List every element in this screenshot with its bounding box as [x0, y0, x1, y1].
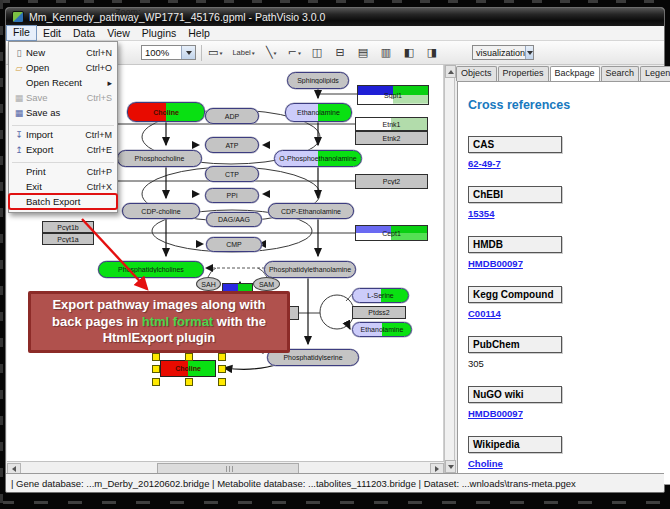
tab-legend[interactable]: Legend	[640, 66, 670, 81]
new-line-button[interactable]: ╲ ▾	[263, 43, 280, 62]
menu-view[interactable]: View	[101, 26, 136, 40]
pathway-node[interactable]: PPi	[205, 188, 259, 203]
pathway-node[interactable]: DAG/AAG	[206, 212, 262, 227]
new-connector-button[interactable]: ⌐ ▾	[286, 43, 303, 62]
file-menu-item-print[interactable]: Print Ctrl+P	[9, 164, 117, 179]
pathway-node[interactable]: CTP	[205, 166, 259, 182]
selection-handle[interactable]	[185, 378, 193, 386]
visualization-combobox[interactable]: visualization	[472, 45, 534, 60]
tab-objects[interactable]: Objects	[456, 66, 497, 81]
xref-link[interactable]: Choline	[468, 458, 503, 469]
pathway-node[interactable]: SAH	[196, 277, 221, 291]
pathway-node[interactable]: CDP-choline	[122, 203, 200, 219]
pathway-node[interactable]: L-Serine	[352, 288, 409, 303]
tab-properties[interactable]: Properties	[498, 66, 549, 81]
pathway-node[interactable]: Sgpl1	[357, 85, 429, 105]
pathway-node[interactable]: Choline	[127, 102, 205, 122]
file-menu-item-batch-export[interactable]: Batch Export	[9, 194, 117, 209]
pathway-node-label: Pcyt1a	[56, 236, 79, 243]
selection-handle[interactable]	[218, 353, 226, 361]
menu-edit[interactable]: Edit	[37, 26, 67, 40]
toolbar-button-icon: ⊟	[335, 47, 344, 58]
file-menu-item[interactable]	[12, 158, 114, 163]
xref-link[interactable]: 15354	[468, 208, 494, 219]
xref-link[interactable]: HMDB00097	[468, 408, 523, 419]
file-menu-item-open-recent[interactable]: Open Recent ▸	[9, 75, 117, 90]
new-datanode-button[interactable]: ▭ ▾	[206, 43, 224, 62]
toolbar-button-icon: ◨	[427, 47, 437, 58]
scroll-down-icon[interactable]	[445, 460, 456, 473]
pathway-node[interactable]: Etnk2	[355, 131, 428, 145]
pathway-node[interactable]: SAM	[253, 277, 280, 291]
file-menu-item-save[interactable]: ▦ Save Ctrl+S	[9, 90, 117, 105]
zoom-combobox[interactable]: 100%	[141, 45, 196, 60]
file-menu-item-icon: ▦	[12, 93, 26, 103]
visualization-dropdown-icon[interactable]	[525, 46, 533, 59]
align-left-button[interactable]: ◧	[401, 43, 418, 62]
align-right-button[interactable]: ◨	[424, 43, 441, 62]
selection-handle[interactable]	[185, 353, 193, 361]
menu-file[interactable]: File	[6, 25, 37, 41]
pathway-node[interactable]: Ethanolamine	[352, 322, 412, 337]
file-menu-item-shortcut: Ctrl+S	[87, 93, 112, 103]
pathway-node[interactable]: Pcyt2	[355, 174, 428, 189]
selection-handle[interactable]	[218, 378, 226, 386]
pathway-node[interactable]: Ptdss2	[352, 306, 406, 319]
pathway-node[interactable]: Sphingolipids	[287, 72, 349, 89]
menu-plugins[interactable]: Plugins	[136, 26, 182, 40]
menu-data[interactable]: Data	[67, 26, 101, 40]
pathway-node[interactable]: Pcyt1b	[42, 221, 94, 233]
xref-link[interactable]: 305	[468, 358, 484, 369]
xref-database-name: HMDB	[468, 236, 562, 253]
pathway-node[interactable]: Pcyt1a	[42, 233, 94, 245]
menu-help[interactable]: Help	[182, 26, 216, 40]
pathway-node[interactable]: ADP	[205, 108, 259, 124]
file-menu-item-save-as[interactable]: ▦ Save as	[9, 105, 117, 120]
align-center-y-button[interactable]: ⊟	[332, 43, 349, 62]
pathway-node[interactable]: Phosphocholine	[117, 150, 202, 167]
canvas-horizontal-scrollbar[interactable]	[7, 461, 444, 473]
selection-handle[interactable]	[152, 378, 160, 386]
file-menu-item-open[interactable]: ▱ Open Ctrl+O	[9, 60, 117, 75]
pathway-node-label: Sphingolipids	[296, 77, 340, 84]
new-label-button[interactable]: Label ▾	[230, 43, 256, 62]
canvas-vertical-scrollbar[interactable]	[444, 65, 455, 473]
pathway-node[interactable]: CMP	[206, 237, 262, 252]
pathway-node-label: Choline	[152, 109, 180, 116]
scroll-up-icon[interactable]	[445, 65, 456, 78]
tab-backpage[interactable]: Backpage	[550, 66, 600, 81]
window-title: Mm_Kennedy_pathway_WP1771_45176.gpml - P…	[29, 11, 325, 23]
pathway-node-label: CTP	[224, 171, 240, 178]
file-menu-item-export[interactable]: ↥ Export Ctrl+E	[9, 142, 117, 157]
pathway-node-label: L-Serine	[366, 292, 394, 299]
pathway-node-label: Cept1	[381, 230, 402, 237]
tab-search[interactable]: Search	[601, 66, 640, 81]
xref-section: Kegg Compound C00114	[468, 286, 670, 321]
pathway-node[interactable]: Cept1	[355, 225, 428, 241]
xref-link[interactable]: HMDB00097	[468, 258, 523, 269]
file-menu-item-import[interactable]: ↧ Import Ctrl+M	[9, 127, 117, 142]
pathway-node[interactable]: O-Phosphoethanolamine	[274, 150, 362, 167]
file-menu-item[interactable]	[12, 121, 114, 126]
pathway-node[interactable]: Ethanolamine	[285, 103, 352, 122]
stack-vertical-button[interactable]: ▤	[355, 43, 372, 62]
file-menu-item-exit[interactable]: Exit Ctrl+X	[9, 179, 117, 194]
selection-handle[interactable]	[218, 365, 226, 373]
zoom-dropdown-icon[interactable]	[181, 46, 195, 59]
selection-handle[interactable]	[152, 365, 160, 373]
pathway-node[interactable]: Phosphatidylethanolamine	[264, 261, 356, 278]
stack-horizontal-button[interactable]: ▥	[378, 43, 395, 62]
pathway-node[interactable]: Phosphatidylcholines	[98, 261, 204, 278]
xref-link[interactable]: C00114	[468, 308, 501, 319]
dropdown-caret-icon: ▾	[298, 50, 301, 56]
status-bar: | Gene database: ...m_Derby_20120602.bri…	[6, 473, 664, 492]
selection-handle[interactable]	[152, 353, 160, 361]
align-center-x-button[interactable]: ◫	[309, 43, 326, 62]
side-panel-tabs: ObjectsPropertiesBackpageSearchLegend	[456, 66, 661, 81]
xref-link[interactable]: 62-49-7	[468, 158, 501, 169]
pathway-node[interactable]: Etnk1	[355, 117, 428, 131]
pathway-node[interactable]: CDP-Ethanolamine	[268, 203, 354, 219]
pathway-node[interactable]: ATP	[205, 137, 259, 153]
toolbar-button-icon: ◧	[404, 47, 414, 58]
file-menu-item-new[interactable]: ▯ New Ctrl+N	[9, 45, 117, 60]
